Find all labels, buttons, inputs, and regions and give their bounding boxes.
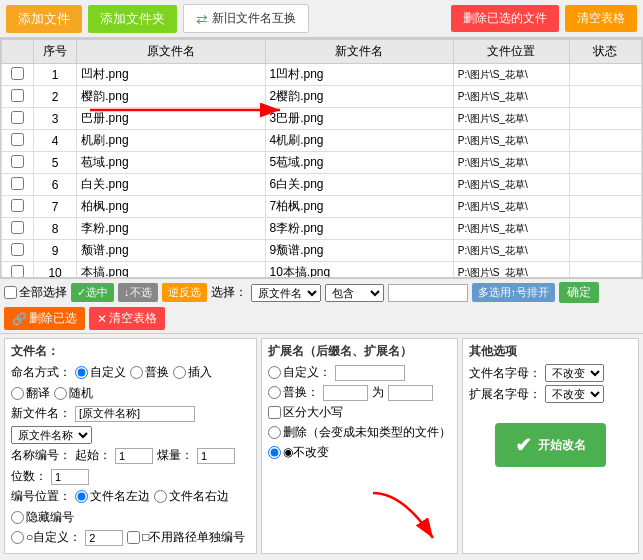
custom-input[interactable] (85, 530, 123, 546)
row-checkbox[interactable] (11, 67, 24, 80)
deselect-button[interactable]: ↓不选 (118, 283, 158, 302)
row-checkbox[interactable] (11, 199, 24, 212)
row-num: 5 (33, 152, 76, 174)
row-checkbox[interactable] (11, 111, 24, 124)
serial-row: 名称编号： 起始： 煤量： 位数： (11, 447, 250, 485)
digits-input[interactable] (51, 469, 89, 485)
ext-char-row: 扩展名字母： 不改变 大写 小写 (469, 385, 632, 403)
row-checkbox-cell[interactable] (2, 196, 34, 218)
clear-table-bottom-label: 清空表格 (109, 310, 157, 327)
ext-custom-radio[interactable]: 自定义： (268, 364, 331, 381)
filter-select[interactable]: 原文件名 新文件名 (251, 284, 321, 302)
row-checkbox-cell[interactable] (2, 218, 34, 240)
digits-label: 位数： (11, 468, 47, 485)
link-icon: 🔗 (12, 312, 27, 326)
table-row: 10 本搞.png 10本搞.png P:\图片\S_花草\ (2, 262, 642, 279)
row-new: 2樱韵.png (265, 86, 453, 108)
row-status (569, 218, 641, 240)
row-checkbox[interactable] (11, 243, 24, 256)
file-table-container[interactable]: 序号 原文件名 新文件名 文件位置 状态 1 凹村.png 1凹村.png P:… (0, 38, 643, 278)
other-panel: 其他选项 文件名字母： 不改变 大写 小写 扩展名字母： 不改变 大写 小写 ✔… (462, 338, 639, 554)
ext-replace-radio[interactable]: 普换： (268, 384, 319, 401)
naming-replace[interactable]: 普换 (130, 364, 169, 381)
step-label: 煤量： (157, 447, 193, 464)
delete-selected-button[interactable]: 删除已选的文件 (451, 5, 559, 32)
no-path-label[interactable]: □不用路径单独编号 (127, 529, 245, 546)
new-filename-input[interactable] (75, 406, 195, 422)
row-checkbox[interactable] (11, 265, 24, 278)
naming-insert[interactable]: 插入 (173, 364, 212, 381)
pos-right[interactable]: 文件名右边 (154, 488, 229, 505)
ext-replace-for-label: 为 (372, 384, 384, 401)
contain-select[interactable]: 包含 不包含 (325, 284, 384, 302)
ext-case-text: 区分大小写 (283, 404, 343, 421)
row-checkbox-cell[interactable] (2, 152, 34, 174)
naming-custom[interactable]: 自定义 (75, 364, 126, 381)
ext-nochange-label: ◉不改变 (283, 444, 329, 461)
ext-case-row: 区分大小写 (268, 404, 451, 421)
row-checkbox-cell[interactable] (2, 64, 34, 86)
row-checkbox-cell[interactable] (2, 108, 34, 130)
ext-replace-to-input[interactable] (388, 385, 433, 401)
row-checkbox[interactable] (11, 89, 24, 102)
ext-char-select[interactable]: 不改变 大写 小写 (545, 385, 604, 403)
select-all-label[interactable]: 全部选择 (4, 284, 67, 301)
ext-delete-radio[interactable]: 删除（会变成未知类型的文件） (268, 424, 451, 441)
settings-area: 文件名： 命名方式： 自定义 普换 插入 翻译 随机 新文件名： 原文件名称 名… (0, 333, 643, 558)
filter-input[interactable] (388, 284, 468, 302)
row-path: P:\图片\S_花草\ (453, 174, 569, 196)
row-checkbox-cell[interactable] (2, 174, 34, 196)
start-input[interactable] (115, 448, 153, 464)
ext-panel: 扩展名（后缀名、扩展名） 自定义： 普换： 为 区分大小写 删除（会变成未知类型… (261, 338, 458, 554)
filename-suffix-select[interactable]: 原文件名称 (11, 426, 92, 444)
pos-hide[interactable]: 隐藏编号 (11, 509, 74, 526)
ext-custom-input[interactable] (335, 365, 405, 381)
row-checkbox-cell[interactable] (2, 240, 34, 262)
row-status (569, 152, 641, 174)
clear-table-button[interactable]: 清空表格 (565, 5, 637, 32)
reverse-select-button[interactable]: 逆反选 (162, 283, 207, 302)
custom-row: ○自定义： □不用路径单独编号 (11, 529, 250, 546)
confirm-select-button[interactable]: ✓选中 (71, 283, 114, 302)
select-all-checkbox[interactable] (4, 286, 17, 299)
naming-random[interactable]: 随机 (54, 385, 93, 402)
row-orig: 苞域.png (77, 152, 265, 174)
custom-radio[interactable]: ○自定义： (11, 529, 81, 546)
row-num: 7 (33, 196, 76, 218)
ext-replace-row: 普换： 为 (268, 384, 451, 401)
row-checkbox-cell[interactable] (2, 86, 34, 108)
add-file-button[interactable]: 添加文件 (6, 5, 82, 33)
row-checkbox[interactable] (11, 133, 24, 146)
confirm-button[interactable]: 确定 (559, 282, 599, 303)
delete-selected-bottom-button[interactable]: 🔗 删除已选 (4, 307, 85, 330)
header-checkbox (2, 40, 34, 64)
ext-case-checkbox[interactable] (268, 406, 281, 419)
row-path: P:\图片\S_花草\ (453, 218, 569, 240)
add-folder-button[interactable]: 添加文件夹 (88, 5, 177, 33)
row-path: P:\图片\S_花草\ (453, 130, 569, 152)
row-checkbox[interactable] (11, 221, 24, 234)
row-status (569, 64, 641, 86)
filename-char-select[interactable]: 不改变 大写 小写 (545, 364, 604, 382)
start-button[interactable]: ✔ 开始改名 (495, 423, 606, 467)
pos-left[interactable]: 文件名左边 (75, 488, 150, 505)
step-input[interactable] (197, 448, 235, 464)
new-filename-row: 新文件名： 原文件名称 (11, 405, 250, 444)
row-checkbox[interactable] (11, 177, 24, 190)
ext-replace-from-input[interactable] (323, 385, 368, 401)
naming-translate[interactable]: 翻译 (11, 385, 50, 402)
ext-nochange-radio[interactable]: ◉不改变 (268, 444, 329, 461)
row-checkbox-cell[interactable] (2, 262, 34, 279)
row-status (569, 196, 641, 218)
no-path-checkbox[interactable] (127, 531, 140, 544)
clear-table-bottom-button[interactable]: ✕ 清空表格 (89, 307, 165, 330)
apply-button[interactable]: 多选用↑号排开 (472, 283, 556, 302)
row-orig: 柏枫.png (77, 196, 265, 218)
rename-swap-button[interactable]: ⇄ 新旧文件名互换 (183, 4, 309, 33)
row-checkbox[interactable] (11, 155, 24, 168)
row-status (569, 108, 641, 130)
row-checkbox-cell[interactable] (2, 130, 34, 152)
ext-case-label[interactable]: 区分大小写 (268, 404, 343, 421)
row-status (569, 174, 641, 196)
row-new: 7柏枫.png (265, 196, 453, 218)
